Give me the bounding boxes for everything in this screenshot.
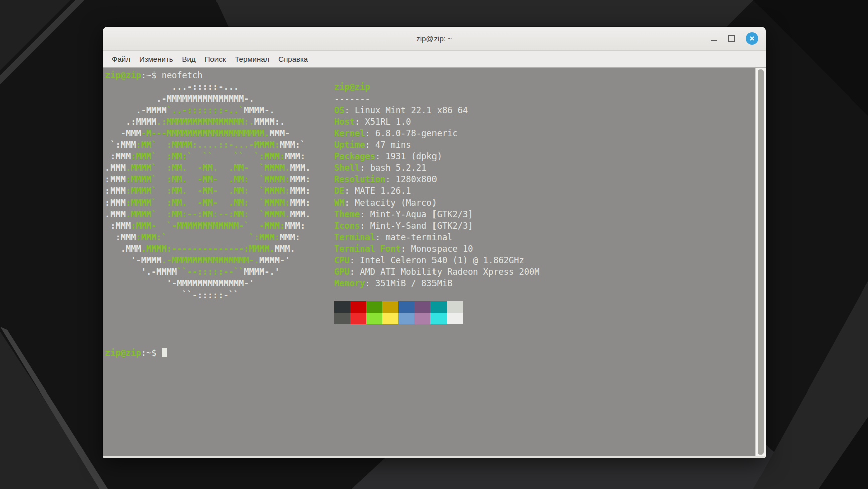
info-label: CPU <box>334 255 350 265</box>
info-value: AMD ATI Mobility Radeon Xpress 200M <box>360 267 539 277</box>
prompt-colon: : <box>141 348 146 358</box>
info-label: Icons <box>334 221 360 231</box>
info-label: Terminal Font <box>334 244 401 254</box>
spacer <box>334 289 539 301</box>
art-segment: ...-:::::-... <box>105 82 239 92</box>
art-segment: :MMM <box>105 174 126 184</box>
art-segment: :MMM <box>105 151 131 161</box>
art-segment: .MMMM` :MM. -MM. .MM- `MMMM. <box>126 163 290 173</box>
info-value: bash 5.2.21 <box>370 163 427 173</box>
prompt-user-host: zip@zip <box>105 348 141 358</box>
art-segment: :MMMM` :MM. -MM- .MM: `MMMM: <box>126 198 290 208</box>
menu-item-file[interactable]: Файл <box>107 55 135 63</box>
close-button[interactable]: × <box>746 32 758 45</box>
art-segment: ``-:::::-`` <box>105 290 239 300</box>
art-segment: `..-:::::::-..` <box>167 105 244 115</box>
terminal-content[interactable]: zip@zip:~$ neofetch ...-:::::-... .-MMMM… <box>103 68 755 456</box>
art-segment: .:MMMMMMMMMMMMMMM:. <box>156 117 254 127</box>
info-value: 351MiB / 835MiB <box>375 278 453 288</box>
info-row: Packages: 1931 (dpkg) <box>334 151 539 162</box>
info-row: Theme: Mint-Y-Aqua [GTK2/3] <box>334 209 539 220</box>
menu-item-edit[interactable]: Изменить <box>135 55 178 63</box>
window-controls: × <box>711 27 758 50</box>
palette-swatch <box>382 313 398 324</box>
info-row: Kernel: 6.8.0-78-generic <box>334 128 539 139</box>
prompt-user-host: zip@zip <box>105 70 141 80</box>
info-label: Memory <box>334 278 365 288</box>
menu-item-help[interactable]: Справка <box>274 55 312 63</box>
info-label: GPU <box>334 267 350 277</box>
info-label: Packages <box>334 151 375 161</box>
art-segment: MMM. <box>275 244 295 254</box>
info-row: Terminal: mate-terminal <box>334 232 539 243</box>
info-separator: : <box>365 278 375 288</box>
art-segment: .-MMMM <box>105 105 167 115</box>
art-segment: MMM: <box>290 198 310 208</box>
info-separator: : <box>385 174 395 184</box>
palette-swatch <box>430 301 447 313</box>
minimize-button[interactable] <box>711 36 717 41</box>
info-separator: : <box>344 198 354 208</box>
prompt-path: ~ <box>146 348 151 358</box>
info-separator: : <box>344 105 354 115</box>
info-separator: : <box>375 151 385 161</box>
art-segment: '-MMMMMMMMMMMMM-' <box>105 278 254 288</box>
info-value: 47 mins <box>375 140 411 150</box>
info-row: WM: Metacity (Marco) <box>334 197 539 209</box>
art-segment: MMM- <box>270 128 290 138</box>
info-separator: : <box>350 255 360 265</box>
info-row: Icons: Mint-Y-Sand [GTK2/3] <box>334 220 539 232</box>
palette-swatch <box>414 313 430 324</box>
info-label: Shell <box>334 163 360 173</box>
info-value: Intel Celeron 540 (1) @ 1.862GHz <box>360 255 524 265</box>
info-separator: : <box>355 117 365 127</box>
info-row: Terminal Font: Monospace 10 <box>334 243 539 255</box>
menu-item-view[interactable]: Вид <box>178 55 200 63</box>
art-segment: .:MMMM <box>105 117 156 127</box>
info-label: Terminal <box>334 232 375 242</box>
art-segment: MMMM:. <box>254 117 285 127</box>
art-segment: .-MMMMMMMMMMMMMMM-. <box>105 93 254 104</box>
window-title: zip@zip: ~ <box>416 34 452 43</box>
info-row: GPU: AMD ATI Mobility Radeon Xpress 200M <box>334 266 539 278</box>
title-bar[interactable]: zip@zip: ~ × <box>103 27 766 51</box>
info-label: DE <box>334 186 344 196</box>
palette-swatch <box>398 313 414 324</box>
maximize-button[interactable] <box>728 35 735 42</box>
scrollbar-thumb[interactable] <box>758 69 764 455</box>
art-segment: .MMM <box>105 163 126 173</box>
palette-swatch <box>334 313 350 324</box>
info-row: Host: X51RL 1.0 <box>334 116 539 128</box>
info-value: Metacity (Marco) <box>355 198 437 208</box>
menu-item-terminal[interactable]: Терминал <box>230 55 274 63</box>
info-separator: : <box>360 163 370 173</box>
art-segment: .-MMMMMMMMMMMMMMM-. <box>162 255 259 265</box>
terminal-window: zip@zip: ~ × ФайлИзменитьВидПоискТермина… <box>103 27 766 458</box>
info-value: Mint-Y-Sand [GTK2/3] <box>370 221 473 231</box>
info-value: mate-terminal <box>385 232 452 242</box>
palette-swatch <box>382 301 398 313</box>
info-row: Resolution: 1280x800 <box>334 174 539 185</box>
palette-swatch <box>414 301 430 313</box>
palette-swatch <box>398 301 414 313</box>
info-value: 1931 (dpkg) <box>385 151 442 161</box>
close-icon: × <box>750 34 755 43</box>
terminal-cursor <box>162 348 167 357</box>
info-value: Monospace 10 <box>411 244 473 254</box>
art-segment: MMM. <box>290 209 310 219</box>
scrollbar[interactable] <box>755 68 766 456</box>
art-segment: MMM: <box>285 151 305 161</box>
color-palette-row-1 <box>334 301 539 313</box>
info-title: zip@zip <box>334 81 539 93</box>
menu-item-search[interactable]: Поиск <box>200 55 231 63</box>
terminal-viewport[interactable]: zip@zip:~$ neofetch ...-:::::-... .-MMMM… <box>103 68 766 456</box>
palette-swatch <box>366 301 382 313</box>
info-row: Shell: bash 5.2.21 <box>334 162 539 174</box>
art-segment: MMM: <box>285 221 305 231</box>
art-segment: MMM: <box>290 186 310 196</box>
info-row: Memory: 351MiB / 835MiB <box>334 278 539 289</box>
info-row: DE: MATE 1.26.1 <box>334 185 539 197</box>
info-label: WM <box>334 198 344 208</box>
art-segment: MMM. <box>290 163 310 173</box>
desktop: zip@zip: ~ × ФайлИзменитьВидПоискТермина… <box>0 0 868 489</box>
